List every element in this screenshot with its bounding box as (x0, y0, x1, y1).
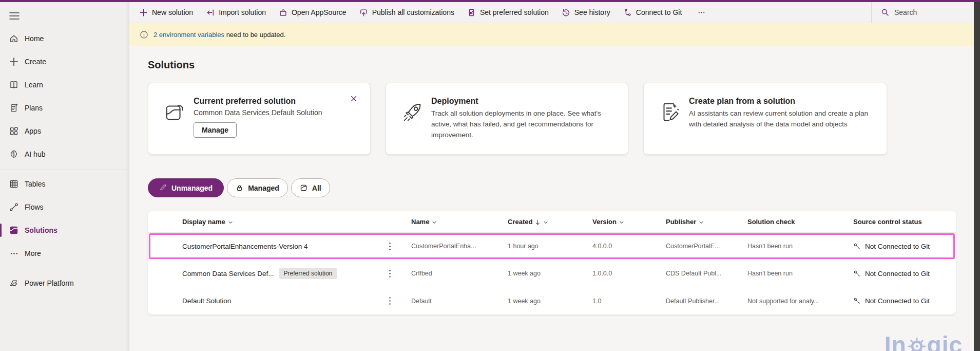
search-input[interactable]: Search (871, 2, 974, 23)
sidebar-item-label: Plans (25, 104, 43, 112)
plan-doc-icon (658, 101, 682, 124)
cell-created: 1 week ago (508, 270, 592, 277)
source-control-text: Not Connected to Git (865, 297, 930, 305)
source-control-text: Not Connected to Git (865, 270, 930, 278)
column-label: Version (592, 218, 617, 226)
sidebar-item-tables[interactable]: Tables (0, 174, 129, 194)
row-more-button[interactable] (385, 268, 394, 279)
close-card-button[interactable] (350, 95, 358, 103)
card-title: Current preferred solution (194, 97, 322, 106)
sidebar-item-ai-hub[interactable]: AI hub (0, 144, 129, 164)
column-header-solution-check: Solution check (747, 218, 853, 226)
column-header-created[interactable]: Created (508, 218, 592, 226)
toolbar-button-new-solution[interactable]: New solution (139, 8, 193, 17)
command-bar-overflow-button[interactable] (695, 9, 708, 16)
filter-pills: UnmanagedManagedAll (148, 178, 974, 197)
sidebar-item-solutions[interactable]: Solutions (0, 220, 129, 241)
sidebar-divider (0, 170, 129, 170)
column-label: Name (411, 218, 429, 226)
column-header-source-control-status: Source control status (853, 218, 956, 226)
cell-source-control-status: Not Connected to Git (853, 297, 956, 305)
filter-pill-all[interactable]: All (291, 178, 330, 197)
sidebar-nav-list: HomeCreateLearnPlansAppsAI hubTablesFlow… (0, 28, 129, 293)
cell-solution-check: Hasn't been run (747, 243, 853, 250)
column-header-display-name[interactable]: Display name (182, 218, 411, 226)
column-label: Display name (182, 218, 225, 226)
table-row[interactable]: Default SolutionDefault1 week ago1.0Defa… (148, 287, 956, 315)
toolbar-button-publish-all-customizations[interactable]: Publish all customizations (359, 8, 454, 17)
cell-name: CustomerPortalEnha... (411, 243, 508, 250)
page-title: Solutions (148, 59, 974, 71)
card-current-preferred-solution: Current preferred solutionCommon Data Se… (148, 83, 371, 155)
plus-icon (139, 8, 148, 17)
cell-version: 4.0.0.0 (592, 243, 666, 250)
cell-display-name: Common Data Services Def...Preferred sol… (182, 268, 411, 279)
card-text: DeploymentTrack all solution deployments… (431, 95, 617, 154)
card-text: Create plan from a solutionAI assistants… (689, 95, 875, 154)
command-bar: New solutionImport solutionOpen AppSourc… (129, 2, 974, 23)
hamburger-menu-button[interactable] (8, 10, 21, 22)
card-deployment[interactable]: DeploymentTrack all solution deployments… (386, 83, 628, 155)
toolbar-button-set-preferred-solution[interactable]: Set preferred solution (467, 8, 549, 17)
cell-version: 1.0.0.0 (592, 270, 666, 277)
column-label: Solution check (747, 218, 795, 226)
sidebar-item-create[interactable]: Create (0, 51, 129, 72)
set-preferred-icon (467, 8, 476, 17)
preferred-solution-badge: Preferred solution (279, 268, 337, 279)
git-disconnected-icon (853, 270, 861, 278)
manage-button[interactable]: Manage (194, 122, 237, 138)
cell-display-name: Default Solution (182, 295, 411, 307)
cell-name: Default (411, 298, 508, 305)
sidebar-divider (0, 269, 129, 269)
row-more-button[interactable] (385, 295, 394, 307)
sidebar-item-power-platform[interactable]: Power Platform (0, 273, 129, 293)
table-header-row: Display nameNameCreatedVersionPublisherS… (148, 211, 956, 233)
sidebar-item-plans[interactable]: Plans (0, 98, 129, 118)
brain-icon (9, 149, 19, 159)
sidebar-item-more[interactable]: More (0, 243, 129, 264)
toolbar-button-open-appsource[interactable]: Open AppSource (279, 8, 347, 17)
sidebar-item-home[interactable]: Home (0, 28, 129, 49)
sidebar-item-label: AI hub (25, 150, 45, 158)
column-header-version[interactable]: Version (592, 218, 666, 226)
search-icon (881, 8, 889, 16)
cell-created: 1 week ago (508, 298, 592, 305)
tables-icon (9, 179, 19, 189)
cell-source-control-status: Not Connected to Git (853, 270, 956, 278)
toolbar-button-connect-to-git[interactable]: Connect to Git (623, 8, 682, 17)
rocket-icon (400, 101, 424, 124)
sidebar-item-label: Create (25, 58, 46, 66)
sidebar-item-apps[interactable]: Apps (0, 121, 129, 141)
watermark-text-left: In (885, 331, 907, 351)
toolbar-button-label: Publish all customizations (372, 8, 454, 16)
toolbar-button-label: See history (574, 8, 610, 16)
card-body-text: AI assistants can review current solutio… (689, 108, 875, 130)
toolbar-button-import-solution[interactable]: Import solution (206, 8, 266, 17)
filter-pill-unmanaged[interactable]: Unmanaged (148, 178, 224, 197)
sidebar-item-label: More (25, 249, 41, 257)
left-navigation: HomeCreateLearnPlansAppsAI hubTablesFlow… (0, 2, 129, 351)
git-disconnected-icon (853, 297, 861, 305)
sidebar-item-learn[interactable]: Learn (0, 75, 129, 95)
column-header-publisher[interactable]: Publisher (666, 218, 747, 226)
sidebar-item-label: Apps (25, 127, 41, 135)
sidebar-item-flows[interactable]: Flows (0, 197, 129, 217)
import-icon (206, 8, 215, 17)
toolbar-button-label: New solution (152, 8, 193, 16)
source-control-text: Not Connected to Git (865, 243, 930, 250)
column-header-name[interactable]: Name (411, 218, 508, 226)
solution-box-icon (163, 101, 186, 124)
table-body: CustomerPortalEnhancements-Version 4Cust… (148, 233, 956, 315)
command-bar-items: New solutionImport solutionOpen AppSourc… (139, 8, 682, 17)
filter-pill-managed[interactable]: Managed (227, 178, 288, 197)
pencil-icon (159, 184, 167, 192)
table-row[interactable]: CustomerPortalEnhancements-Version 4Cust… (148, 233, 956, 260)
card-create-plan-from-a-solution[interactable]: Create plan from a solutionAI assistants… (643, 83, 887, 155)
row-more-button[interactable] (385, 241, 394, 252)
git-disconnected-icon (853, 243, 861, 250)
column-label: Publisher (666, 218, 696, 226)
environment-variables-link[interactable]: 2 environment variables (153, 31, 224, 39)
table-row[interactable]: Common Data Services Def...Preferred sol… (148, 260, 956, 287)
cell-publisher: Default Publisher... (666, 298, 747, 305)
toolbar-button-see-history[interactable]: See history (562, 8, 610, 17)
